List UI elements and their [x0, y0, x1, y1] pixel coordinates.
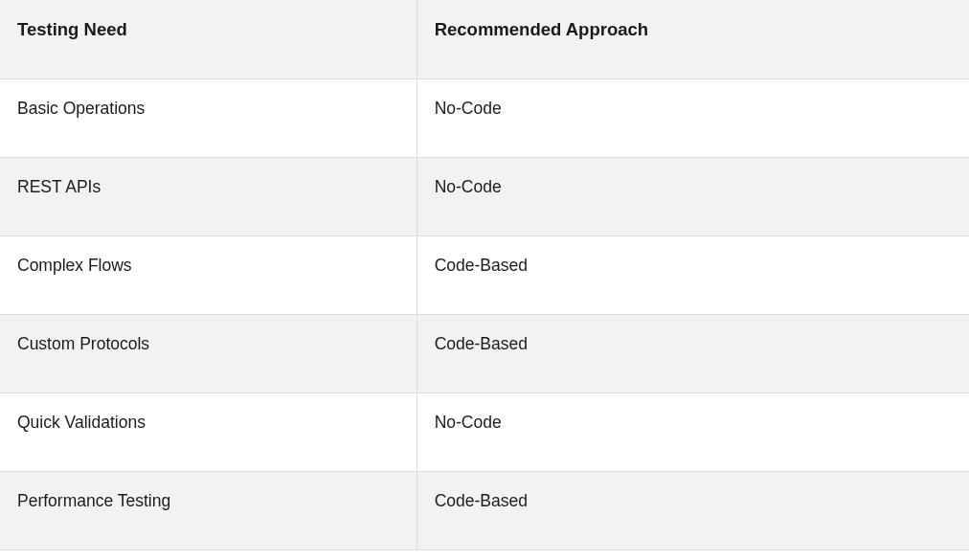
- table-row: Basic Operations No-Code: [0, 78, 969, 157]
- testing-approach-table: Testing Need Recommended Approach Basic …: [0, 0, 969, 550]
- table-row: Quick Validations No-Code: [0, 392, 969, 471]
- cell-testing-need: REST APIs: [0, 157, 417, 235]
- cell-testing-need: Basic Operations: [0, 78, 417, 157]
- cell-recommended-approach: Code-Based: [417, 471, 969, 549]
- cell-recommended-approach: No-Code: [417, 78, 969, 157]
- cell-testing-need: Complex Flows: [0, 235, 417, 314]
- cell-testing-need: Performance Testing: [0, 471, 417, 549]
- table-row: Performance Testing Code-Based: [0, 471, 969, 549]
- table-row: Custom Protocols Code-Based: [0, 314, 969, 392]
- header-recommended-approach: Recommended Approach: [417, 0, 969, 78]
- table-header-row: Testing Need Recommended Approach: [0, 0, 969, 78]
- table-row: Complex Flows Code-Based: [0, 235, 969, 314]
- table-row: REST APIs No-Code: [0, 157, 969, 235]
- cell-recommended-approach: Code-Based: [417, 235, 969, 314]
- header-testing-need: Testing Need: [0, 0, 417, 78]
- cell-testing-need: Custom Protocols: [0, 314, 417, 392]
- cell-recommended-approach: No-Code: [417, 392, 969, 471]
- cell-recommended-approach: Code-Based: [417, 314, 969, 392]
- cell-testing-need: Quick Validations: [0, 392, 417, 471]
- cell-recommended-approach: No-Code: [417, 157, 969, 235]
